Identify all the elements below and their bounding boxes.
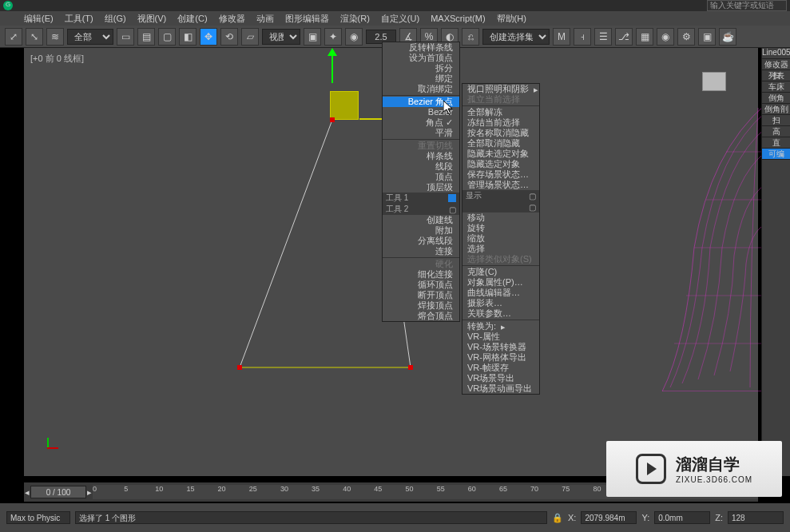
bind-icon[interactable]: ≋ bbox=[46, 28, 64, 46]
selection-set-dropdown[interactable]: 创建选择集 bbox=[482, 29, 550, 45]
ctx-attach[interactable]: 附加 bbox=[383, 225, 459, 236]
mod-row[interactable]: 倒角剖 bbox=[762, 104, 790, 115]
ctx-unhide-all[interactable]: 全部取消隐藏 bbox=[462, 138, 539, 149]
coord-x-input[interactable]: 2079.984m bbox=[581, 511, 637, 524]
ctx-vr-mesh-export[interactable]: VR-网格体导出 bbox=[462, 352, 539, 363]
ctx-dope-sheet[interactable]: 摄影表… bbox=[462, 298, 539, 308]
schematic-icon[interactable]: ▦ bbox=[636, 28, 653, 46]
ctx-wire-params[interactable]: 关联参数… bbox=[462, 308, 539, 319]
ctx-unhide-byname[interactable]: 按名称取消隐藏 bbox=[462, 128, 539, 138]
ctx-vertex-sub[interactable]: 顶点 bbox=[383, 172, 459, 182]
menu-view[interactable]: 视图(V) bbox=[137, 13, 167, 25]
ctx-break-vertex[interactable]: 断开顶点 bbox=[383, 290, 459, 300]
snap-icon[interactable]: ◉ bbox=[345, 28, 363, 46]
rect-select-icon[interactable]: ▢ bbox=[158, 28, 176, 46]
ctx-smooth[interactable]: 平滑 bbox=[383, 128, 459, 138]
timeline-left-arrow-icon[interactable]: ◂ bbox=[24, 487, 30, 498]
ctx-segment-sub[interactable]: 线段 bbox=[383, 161, 459, 172]
ctx-spline-sub[interactable]: 样条线 bbox=[383, 151, 459, 161]
menu-help[interactable]: 帮助(H) bbox=[497, 13, 526, 25]
menu-maxscript[interactable]: MAXScript(M) bbox=[431, 14, 485, 23]
mod-row[interactable]: 直 bbox=[762, 137, 790, 149]
menu-tools[interactable]: 工具(T) bbox=[65, 13, 93, 25]
menu-create[interactable]: 创建(C) bbox=[177, 13, 207, 25]
mod-row[interactable]: 高 bbox=[762, 126, 790, 137]
ctx-reverse-spline[interactable]: 反转样条线 bbox=[383, 42, 459, 53]
move-icon[interactable]: ✥ bbox=[200, 28, 217, 46]
ctx-unfreeze-all[interactable]: 全部解冻 bbox=[462, 107, 539, 117]
menu-animation[interactable]: 动画 bbox=[256, 13, 274, 25]
mod-row-selected[interactable]: 可编 bbox=[762, 149, 790, 160]
ctx-vr-framebuf[interactable]: VR-帧缓存 bbox=[462, 363, 539, 373]
refcoord-dropdown[interactable]: 视图 bbox=[262, 29, 300, 45]
render-setup-icon[interactable]: ⚙ bbox=[677, 28, 695, 46]
ctx-cycle-vertex[interactable]: 循环顶点 bbox=[383, 280, 459, 290]
ctx-save-scene-state[interactable]: 保存场景状态… bbox=[462, 169, 539, 180]
ctx-freeze-sel[interactable]: 冻结当前选择 bbox=[462, 117, 539, 128]
curve-editor-icon[interactable]: ⎇ bbox=[615, 28, 633, 46]
material-icon[interactable]: ◉ bbox=[657, 28, 674, 46]
window-cross-icon[interactable]: ◧ bbox=[179, 28, 197, 46]
ctx-scale[interactable]: 缩放 bbox=[462, 233, 539, 244]
ctx-hide-sel[interactable]: 隐藏选定对象 bbox=[462, 159, 539, 169]
vertex-handle[interactable] bbox=[408, 365, 413, 370]
ctx-detach-seg[interactable]: 分离线段 bbox=[383, 236, 459, 246]
ctx-bind[interactable]: 绑定 bbox=[383, 73, 459, 84]
mod-row[interactable]: 扫 bbox=[762, 70, 790, 81]
ctx-corner[interactable]: 角点 ✓ bbox=[383, 117, 459, 128]
ctx-vr-anim-export[interactable]: VR场景动画导出 bbox=[462, 383, 539, 394]
ctx-weld-vertex[interactable]: 焊接顶点 bbox=[383, 300, 459, 311]
vertex-handle[interactable] bbox=[330, 117, 335, 122]
unlink-icon[interactable]: ⤡ bbox=[26, 28, 43, 46]
ctx-vr-scene-conv[interactable]: VR-场景转换器 bbox=[462, 342, 539, 352]
mod-row[interactable]: 倒角 bbox=[762, 93, 790, 104]
time-slider[interactable]: 0 / 100 bbox=[30, 486, 86, 498]
vertex-handle[interactable] bbox=[237, 365, 242, 370]
ctx-vr-scene-export[interactable]: VR场景导出 bbox=[462, 373, 539, 383]
menu-render[interactable]: 渲染(R) bbox=[340, 13, 370, 25]
menu-group[interactable]: 组(G) bbox=[105, 13, 126, 25]
ctx-curve-editor[interactable]: 曲线编辑器… bbox=[462, 288, 539, 298]
layer-dropdown[interactable]: 全部 bbox=[67, 29, 113, 45]
object-name-field[interactable]: Line005 bbox=[762, 48, 790, 59]
named-sel-icon[interactable]: ⎌ bbox=[462, 28, 479, 46]
render-icon[interactable]: ☕ bbox=[719, 28, 736, 46]
viewcube-icon[interactable] bbox=[702, 72, 726, 91]
rotate-icon[interactable]: ⟲ bbox=[220, 28, 238, 46]
ctx-create-line[interactable]: 创建线 bbox=[383, 215, 459, 225]
ctx-unbind[interactable]: 取消绑定 bbox=[383, 84, 459, 94]
ctx-top-level[interactable]: 顶层级 bbox=[383, 182, 459, 193]
ctx-rotate[interactable]: 旋转 bbox=[462, 223, 539, 233]
menu-edit[interactable]: 编辑(E) bbox=[24, 13, 54, 25]
ctx-select[interactable]: 选择 bbox=[462, 244, 539, 254]
layer-icon[interactable]: ☰ bbox=[594, 28, 612, 46]
ctx-move[interactable]: 移动 bbox=[462, 212, 539, 223]
search-input[interactable]: 输入关键字或短语 bbox=[707, 0, 787, 11]
ctx-fuse-vertex[interactable]: 熔合顶点 bbox=[383, 311, 459, 321]
select-name-icon[interactable]: ▤ bbox=[137, 28, 155, 46]
render-frame-icon[interactable]: ▣ bbox=[698, 28, 716, 46]
lock-icon[interactable]: 🔒 bbox=[552, 513, 563, 523]
coord-y-input[interactable]: 0.0mm bbox=[654, 511, 710, 524]
pivot-icon[interactable]: ▣ bbox=[304, 28, 321, 46]
ctx-refine-connect[interactable]: 细化连接 bbox=[383, 269, 459, 280]
ctx-viewport-lighting[interactable]: 视口照明和阴影 bbox=[462, 84, 539, 94]
ctx-clone[interactable]: 克隆(C) bbox=[462, 267, 539, 277]
coord-z-input[interactable]: 128 bbox=[728, 511, 784, 524]
ctx-make-first[interactable]: 设为首顶点 bbox=[383, 53, 459, 63]
ctx-hide-unsel[interactable]: 隐藏未选定对象 bbox=[462, 149, 539, 159]
ctx-connect[interactable]: 连接 bbox=[383, 246, 459, 256]
ctx-vr-props[interactable]: VR-属性 bbox=[462, 332, 539, 342]
timeline-right-arrow-icon[interactable]: ▸ bbox=[86, 487, 93, 498]
select-icon[interactable]: ▭ bbox=[117, 28, 134, 46]
menu-graph[interactable]: 图形编辑器 bbox=[285, 13, 329, 25]
ctx-divide[interactable]: 拆分 bbox=[383, 63, 459, 73]
ctx-convert-to[interactable]: 转换为: bbox=[462, 321, 539, 332]
mod-row[interactable]: 车床 bbox=[762, 81, 790, 93]
script-listener[interactable]: Max to Physic bbox=[6, 511, 70, 524]
mod-row[interactable]: 扫 bbox=[762, 115, 790, 126]
align-icon[interactable]: ⫞ bbox=[574, 28, 591, 46]
manip-icon[interactable]: ✦ bbox=[324, 28, 342, 46]
mirror-icon[interactable]: М bbox=[553, 28, 570, 46]
ctx-manage-scene-state[interactable]: 管理场景状态… bbox=[462, 180, 539, 190]
